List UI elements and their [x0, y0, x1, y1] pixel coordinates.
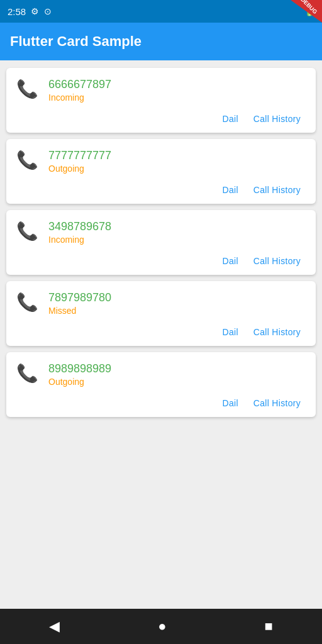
app-bar: Flutter Card Sample	[0, 23, 322, 60]
call-number: 7777777777	[48, 149, 306, 162]
call-history-button[interactable]: Call History	[248, 182, 306, 197]
debug-badge: DEBUG	[291, 0, 322, 23]
card-info: 3498789678 Incoming	[48, 220, 306, 245]
status-bar: 2:58 ⚙ ⊙ 🔋 DEBUG	[0, 0, 322, 23]
status-left: 2:58 ⚙ ⊙	[8, 6, 52, 17]
recent-icon: ■	[265, 618, 273, 635]
card-info: 7897989780 Missed	[48, 291, 306, 316]
card-top: 📞 7777777777 Outgoing	[16, 149, 306, 174]
card-actions: Dail Call History	[16, 253, 306, 269]
dial-button[interactable]: Dail	[218, 182, 243, 197]
call-card: 📞 6666677897 Incoming Dail Call History	[6, 68, 316, 133]
card-info: 7777777777 Outgoing	[48, 149, 306, 174]
call-type: Outgoing	[48, 164, 306, 174]
card-actions: Dail Call History	[16, 325, 306, 340]
call-history-button[interactable]: Call History	[248, 111, 306, 126]
call-card: 📞 7897989780 Missed Dail Call History	[6, 281, 316, 346]
back-button[interactable]: ◀	[36, 613, 72, 640]
home-icon: ●	[158, 618, 166, 635]
phone-icon: 📞	[16, 294, 38, 311]
card-top: 📞 8989898989 Outgoing	[16, 362, 306, 387]
card-actions: Dail Call History	[16, 396, 306, 411]
call-type: Incoming	[48, 92, 306, 103]
call-type: Incoming	[48, 235, 306, 245]
dial-button[interactable]: Dail	[218, 111, 243, 126]
card-actions: Dail Call History	[16, 182, 306, 197]
card-actions: Dail Call History	[16, 111, 306, 126]
phone-icon: 📞	[16, 80, 38, 98]
phone-icon: 📞	[16, 223, 38, 240]
dial-button[interactable]: Dail	[218, 396, 243, 411]
card-info: 6666677897 Incoming	[48, 78, 306, 103]
call-history-button[interactable]: Call History	[248, 253, 306, 269]
recent-button[interactable]: ■	[252, 613, 286, 640]
call-card: 📞 3498789678 Incoming Dail Call History	[6, 210, 316, 275]
settings-icon: ⚙	[31, 6, 39, 16]
call-number: 7897989780	[48, 291, 306, 304]
call-number: 3498789678	[48, 220, 306, 233]
call-history-button[interactable]: Call History	[248, 325, 306, 340]
back-icon: ◀	[49, 618, 60, 635]
home-button[interactable]: ●	[145, 613, 179, 640]
dial-button[interactable]: Dail	[218, 253, 243, 269]
call-type: Missed	[48, 306, 306, 316]
call-card: 📞 7777777777 Outgoing Dail Call History	[6, 139, 316, 204]
phone-icon: 📞	[16, 152, 38, 169]
call-history-button[interactable]: Call History	[248, 396, 306, 411]
phone-icon: 📞	[16, 365, 38, 382]
call-type: Outgoing	[48, 377, 306, 387]
card-top: 📞 3498789678 Incoming	[16, 220, 306, 245]
card-top: 📞 7897989780 Missed	[16, 291, 306, 316]
record-icon: ⊙	[44, 6, 52, 16]
content: 📞 6666677897 Incoming Dail Call History …	[0, 60, 322, 609]
card-top: 📞 6666677897 Incoming	[16, 78, 306, 103]
card-info: 8989898989 Outgoing	[48, 362, 306, 387]
call-card: 📞 8989898989 Outgoing Dail Call History	[6, 352, 316, 417]
call-number: 8989898989	[48, 362, 306, 375]
call-number: 6666677897	[48, 78, 306, 91]
bottom-nav: ◀ ● ■	[0, 609, 322, 644]
app-title: Flutter Card Sample	[10, 33, 142, 50]
dial-button[interactable]: Dail	[218, 325, 243, 340]
status-time: 2:58	[8, 6, 26, 17]
